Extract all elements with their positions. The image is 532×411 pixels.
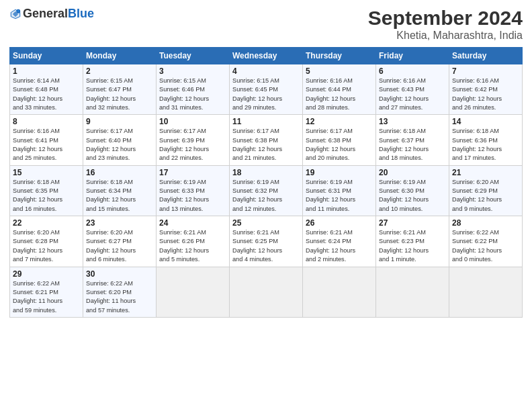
day-detail: Sunrise: 6:19 AMSunset: 6:32 PMDaylight:… [232, 179, 282, 212]
col-monday: Monday [83, 48, 157, 64]
table-cell: 10Sunrise: 6:17 AMSunset: 6:39 PMDayligh… [157, 115, 230, 165]
day-number: 24 [159, 218, 226, 228]
table-cell: 16Sunrise: 6:18 AMSunset: 6:34 PMDayligh… [83, 165, 157, 216]
day-detail: Sunrise: 6:14 AMSunset: 6:48 PMDaylight:… [13, 77, 62, 111]
table-cell: 25Sunrise: 6:21 AMSunset: 6:25 PMDayligh… [230, 216, 303, 267]
day-number: 25 [232, 218, 300, 228]
calendar-row: 22Sunrise: 6:20 AMSunset: 6:28 PMDayligh… [10, 216, 523, 267]
day-number: 27 [379, 218, 446, 228]
col-thursday: Thursday [303, 48, 376, 64]
calendar-row: 29Sunrise: 6:22 AMSunset: 6:21 PMDayligh… [10, 267, 523, 317]
day-detail: Sunrise: 6:18 AMSunset: 6:35 PMDaylight:… [13, 179, 62, 212]
day-detail: Sunrise: 6:21 AMSunset: 6:25 PMDaylight:… [232, 229, 282, 263]
day-number: 23 [86, 218, 153, 228]
day-number: 17 [159, 168, 226, 177]
day-detail: Sunrise: 6:16 AMSunset: 6:42 PMDaylight:… [452, 77, 502, 111]
table-cell: 14Sunrise: 6:18 AMSunset: 6:36 PMDayligh… [449, 115, 523, 165]
table-cell: 28Sunrise: 6:22 AMSunset: 6:22 PMDayligh… [449, 216, 523, 267]
day-number: 19 [306, 168, 373, 177]
day-number: 11 [232, 117, 300, 126]
table-cell [157, 267, 230, 317]
day-detail: Sunrise: 6:20 AMSunset: 6:27 PMDaylight:… [86, 229, 136, 263]
day-number: 13 [379, 117, 446, 126]
table-cell: 5Sunrise: 6:16 AMSunset: 6:44 PMDaylight… [303, 64, 376, 115]
logo-area: General Blue [9, 7, 94, 21]
table-cell: 2Sunrise: 6:15 AMSunset: 6:47 PMDaylight… [83, 64, 157, 115]
day-detail: Sunrise: 6:17 AMSunset: 6:38 PMDaylight:… [306, 128, 355, 161]
calendar-table: Sunday Monday Tuesday Wednesday Thursday… [9, 47, 523, 318]
day-detail: Sunrise: 6:20 AMSunset: 6:29 PMDaylight:… [452, 179, 502, 212]
table-cell: 7Sunrise: 6:16 AMSunset: 6:42 PMDaylight… [449, 64, 523, 115]
table-cell: 18Sunrise: 6:19 AMSunset: 6:32 PMDayligh… [230, 165, 303, 216]
day-detail: Sunrise: 6:19 AMSunset: 6:30 PMDaylight:… [379, 179, 429, 212]
day-number: 20 [379, 168, 446, 177]
col-saturday: Saturday [449, 48, 523, 64]
day-number: 21 [452, 168, 519, 177]
header: General Blue September 2024 Khetia, Maha… [9, 7, 523, 42]
table-cell: 1Sunrise: 6:14 AMSunset: 6:48 PMDaylight… [10, 64, 83, 115]
day-detail: Sunrise: 6:15 AMSunset: 6:45 PMDaylight:… [232, 77, 282, 111]
calendar-row: 15Sunrise: 6:18 AMSunset: 6:35 PMDayligh… [10, 165, 523, 216]
day-detail: Sunrise: 6:16 AMSunset: 6:41 PMDaylight:… [13, 128, 62, 161]
table-cell: 17Sunrise: 6:19 AMSunset: 6:33 PMDayligh… [157, 165, 230, 216]
day-detail: Sunrise: 6:19 AMSunset: 6:31 PMDaylight:… [306, 179, 355, 212]
table-cell: 26Sunrise: 6:21 AMSunset: 6:24 PMDayligh… [303, 216, 376, 267]
day-detail: Sunrise: 6:21 AMSunset: 6:23 PMDaylight:… [379, 229, 429, 263]
calendar-row: 8Sunrise: 6:16 AMSunset: 6:41 PMDaylight… [10, 115, 523, 165]
logo-general: General [23, 7, 68, 21]
day-detail: Sunrise: 6:22 AMSunset: 6:20 PMDaylight:… [86, 280, 136, 314]
table-cell: 21Sunrise: 6:20 AMSunset: 6:29 PMDayligh… [449, 165, 523, 216]
day-detail: Sunrise: 6:22 AMSunset: 6:22 PMDaylight:… [452, 229, 502, 263]
table-cell: 15Sunrise: 6:18 AMSunset: 6:35 PMDayligh… [10, 165, 83, 216]
table-cell: 3Sunrise: 6:15 AMSunset: 6:46 PMDaylight… [157, 64, 230, 115]
day-detail: Sunrise: 6:21 AMSunset: 6:24 PMDaylight:… [306, 229, 355, 263]
day-detail: Sunrise: 6:17 AMSunset: 6:39 PMDaylight:… [159, 128, 209, 161]
table-cell: 13Sunrise: 6:18 AMSunset: 6:37 PMDayligh… [376, 115, 449, 165]
day-number: 28 [452, 218, 519, 228]
table-cell: 9Sunrise: 6:17 AMSunset: 6:40 PMDaylight… [83, 115, 157, 165]
table-cell: 20Sunrise: 6:19 AMSunset: 6:30 PMDayligh… [376, 165, 449, 216]
day-number: 22 [13, 218, 80, 228]
day-number: 6 [379, 66, 446, 76]
day-number: 8 [13, 117, 80, 126]
day-detail: Sunrise: 6:17 AMSunset: 6:40 PMDaylight:… [86, 128, 136, 161]
day-number: 16 [86, 168, 153, 177]
day-detail: Sunrise: 6:15 AMSunset: 6:47 PMDaylight:… [86, 77, 136, 111]
day-detail: Sunrise: 6:20 AMSunset: 6:28 PMDaylight:… [13, 229, 62, 263]
day-detail: Sunrise: 6:18 AMSunset: 6:37 PMDaylight:… [379, 128, 429, 161]
day-number: 4 [232, 66, 300, 76]
day-number: 18 [232, 168, 300, 177]
day-detail: Sunrise: 6:21 AMSunset: 6:26 PMDaylight:… [159, 229, 209, 263]
table-cell: 24Sunrise: 6:21 AMSunset: 6:26 PMDayligh… [157, 216, 230, 267]
location-subtitle: Khetia, Maharashtra, India [368, 30, 523, 42]
day-number: 15 [13, 168, 80, 177]
col-friday: Friday [376, 48, 449, 64]
day-number: 3 [159, 66, 226, 76]
day-detail: Sunrise: 6:19 AMSunset: 6:33 PMDaylight:… [159, 179, 209, 212]
table-cell [449, 267, 523, 317]
table-cell: 4Sunrise: 6:15 AMSunset: 6:45 PMDaylight… [230, 64, 303, 115]
logo: General Blue [9, 7, 94, 21]
table-cell: 6Sunrise: 6:16 AMSunset: 6:43 PMDaylight… [376, 64, 449, 115]
day-number: 30 [86, 269, 153, 279]
day-detail: Sunrise: 6:22 AMSunset: 6:21 PMDaylight:… [13, 280, 62, 314]
day-detail: Sunrise: 6:18 AMSunset: 6:34 PMDaylight:… [86, 179, 136, 212]
table-cell [376, 267, 449, 317]
table-cell [303, 267, 376, 317]
title-area: September 2024 Khetia, Maharashtra, Indi… [368, 7, 523, 42]
table-cell: 19Sunrise: 6:19 AMSunset: 6:31 PMDayligh… [303, 165, 376, 216]
page: General Blue September 2024 Khetia, Maha… [0, 0, 532, 411]
table-cell: 29Sunrise: 6:22 AMSunset: 6:21 PMDayligh… [10, 267, 83, 317]
header-row: Sunday Monday Tuesday Wednesday Thursday… [10, 48, 523, 64]
day-number: 29 [13, 269, 80, 279]
day-detail: Sunrise: 6:17 AMSunset: 6:38 PMDaylight:… [232, 128, 282, 161]
day-number: 2 [86, 66, 153, 76]
day-number: 26 [306, 218, 373, 228]
day-number: 7 [452, 66, 519, 76]
day-detail: Sunrise: 6:16 AMSunset: 6:43 PMDaylight:… [379, 77, 429, 111]
day-detail: Sunrise: 6:18 AMSunset: 6:36 PMDaylight:… [452, 128, 502, 161]
col-sunday: Sunday [10, 48, 83, 64]
col-wednesday: Wednesday [230, 48, 303, 64]
table-cell: 27Sunrise: 6:21 AMSunset: 6:23 PMDayligh… [376, 216, 449, 267]
day-number: 10 [159, 117, 226, 126]
